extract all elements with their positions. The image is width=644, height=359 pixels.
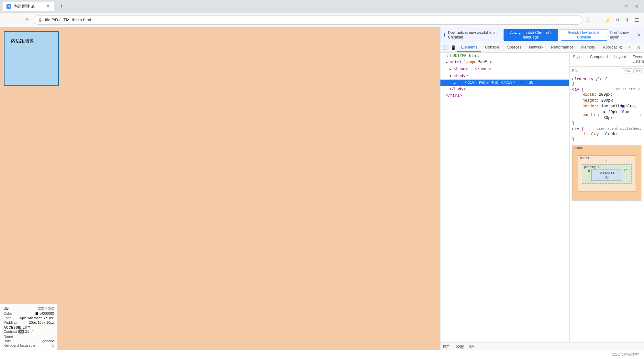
dom-line-doctype[interactable]: <!DOCTYPE html> [440,53,569,59]
padding-row: Padding 20px 10px 30px [4,321,54,324]
demo-div[interactable]: 内边距测试 [4,31,59,86]
styles-filter-input[interactable] [572,69,621,73]
style-height-line: height : 200px ; [577,98,641,103]
nav-bar: ← → ↻ 🔒 file:///D:/HTML/hello.html ☆ ⋯ ⚡… [0,13,644,27]
styles-tab-layout[interactable]: Layout [611,53,629,66]
url-text: file:///D:/HTML/hello.html [45,17,91,22]
title-bar: ⚙ 内边距测试 ✕ + — □ ✕ [0,0,644,13]
styles-tabs: Styles Computed Layout Event Listeners » [570,53,644,67]
devtools-icons: ⚙ ⋮ ✕ [617,44,643,51]
box-model-container: margin - border 1 [570,142,644,203]
history-button[interactable]: ↺ [613,16,622,25]
font-label: Font [4,316,11,320]
tab-network[interactable]: Network [525,43,547,52]
styles-tab-computed[interactable]: Computed [587,53,611,66]
color-value: #000000 [35,311,54,315]
new-tab-button[interactable]: + [57,2,66,11]
tab-application[interactable]: Application [599,43,617,52]
dom-line-head[interactable]: ▶ <head> … </head> [440,66,569,73]
inspector-tool-button[interactable]: ⬚ [442,44,450,51]
address-icon: 🔒 [38,18,42,22]
dom-line-body[interactable]: ▼ <body> [440,73,569,80]
hov-filter-button[interactable]: :hov [622,68,632,73]
margin-top-value: - [578,151,636,155]
cls-filter-button[interactable]: .cls [633,68,642,73]
name-row: Name [4,334,54,338]
switch-devtools-button[interactable]: Switch DevTools to Chinese [561,29,607,41]
contrast-score: 21 [25,330,29,333]
more-button[interactable]: ⋯ [594,16,603,25]
close-banner-button[interactable]: ✕ [637,32,641,38]
styles-tab-styles[interactable]: Styles [570,53,587,66]
style-rule-ua: div { user agent stylesheet display : bl… [570,126,644,142]
menu-button[interactable]: ☰ [632,16,641,25]
margin-label: margin [574,146,584,149]
breadcrumb-div[interactable]: div [469,344,474,349]
close-devtools-icon[interactable]: ✕ [635,44,643,51]
styles-tab-event-listeners[interactable]: Event Listeners [629,53,644,66]
match-language-button[interactable]: Always match Chrome's language [504,29,559,41]
padding-left-value: 10 [585,169,591,181]
styles-content: element.style { } div { hello.html:8 [570,75,644,342]
box-model-border: border 1 padding 20 [578,155,636,191]
bookmark-button[interactable]: ☆ [584,16,593,25]
style-display-line: display : block ; [577,131,641,137]
reload-button[interactable]: ↻ [23,16,32,25]
color-row: Color #000000 [4,311,54,315]
breadcrumb-html[interactable]: html [443,344,450,349]
contrast-row: Contrast Aa 21 ✓ [4,329,54,334]
dismiss-banner-link[interactable]: Don't show again [610,30,634,39]
info-text: DevTools is now available in Chinese! [448,30,501,39]
address-bar[interactable]: 🔒 file:///D:/HTML/hello.html [34,16,583,25]
more-tools-icon[interactable]: ⋮ [626,44,634,51]
contrast-label: Contrast [4,330,17,333]
dom-line-body-close[interactable]: </body> [440,86,569,92]
font-value: 16px "Microsoft YaHei" [18,316,54,320]
tab-sources[interactable]: Sources [503,43,525,52]
info-banner: ℹ DevTools is now available in Chinese! … [440,27,644,43]
contrast-pass-icon: ✓ [30,329,34,334]
minimize-button[interactable]: — [612,2,621,11]
nav-actions: ☆ ⋯ ⚡ ↺ ⬇ ☰ [584,16,641,25]
dom-line-div[interactable]: … <div> 内边距测试 </div> == $0 [440,80,569,86]
element-info-overlay: div 222 × 252 Color #000000 Font 16px "M… [0,304,58,350]
tab-console[interactable]: Console [481,43,503,52]
box-model-diagram: margin - border 1 [572,145,641,201]
devtools-body: <!DOCTYPE html> ▶ <html lang= "en" > ▶ <… [440,53,644,342]
font-row: Font 16px "Microsoft YaHei" [4,316,54,320]
content-area: 内边距测试 div 222 × 252 Color #000000 Fon [0,27,644,350]
style-rule-div: div { hello.html:8 width : 200px ; heigh… [570,87,644,126]
style-rule-element: element.style { } [570,76,644,87]
tab-elements[interactable]: Elements [457,43,481,52]
device-tool-button[interactable]: 📱 [450,44,457,51]
element-size: 222 × 252 [38,306,54,310]
content-bottom-val: 30 [605,176,608,179]
keyboard-label: Keyboard-focusable [4,343,35,348]
dom-line-html[interactable]: ▶ <html lang= "en" > [440,59,569,66]
extensions-button[interactable]: ⚡ [603,16,612,25]
breadcrumb-body[interactable]: body [456,344,464,349]
browser-window: ⚙ 内边距测试 ✕ + — □ ✕ ← → ↻ 🔒 file:///D:/HTM… [0,0,644,359]
border-top-value: 1 [582,160,632,164]
tab-performance[interactable]: Performance [547,43,577,52]
settings-icon[interactable]: ⚙ [617,44,625,51]
devtools-toolbar-row: ⬚ 📱 Elements Console Sources Network Per… [440,43,644,52]
content-size: 200×200 [600,171,614,175]
keyboard-value: ◇ [51,343,54,348]
dom-line-html-close[interactable]: </html> [440,92,569,99]
tab-memory[interactable]: Memory [577,43,599,52]
demo-div-text: 内边距测试 [11,38,34,43]
close-button[interactable]: ✕ [632,2,641,11]
browser-tab[interactable]: ⚙ 内边距测试 ✕ [3,2,54,11]
devtools-header: ⬚ 📱 Elements Console Sources Network Per… [440,43,644,53]
style-border-line: border : 1px solid blue ; [577,103,641,109]
tab-favicon: ⚙ [6,4,11,9]
padding-label: Padding [4,321,17,324]
name-label: Name [4,334,13,338]
tab-close-button[interactable]: ✕ [45,4,50,9]
download-button[interactable]: ⬇ [623,16,632,25]
dom-panel: <!DOCTYPE html> ▶ <html lang= "en" > ▶ <… [440,53,570,342]
back-button[interactable]: ← [3,16,12,25]
maximize-button[interactable]: □ [622,2,631,11]
forward-button[interactable]: → [13,16,22,25]
